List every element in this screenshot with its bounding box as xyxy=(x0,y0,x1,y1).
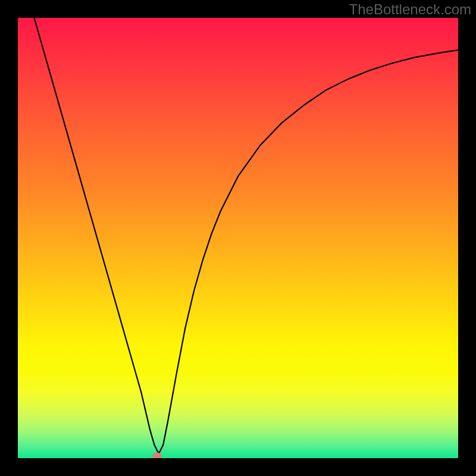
plot-area xyxy=(18,18,458,458)
bottleneck-curve xyxy=(18,18,458,458)
optimum-marker xyxy=(152,453,162,458)
watermark-text: TheBottleneck.com xyxy=(349,1,471,18)
chart-frame: TheBottleneck.com xyxy=(0,0,476,476)
